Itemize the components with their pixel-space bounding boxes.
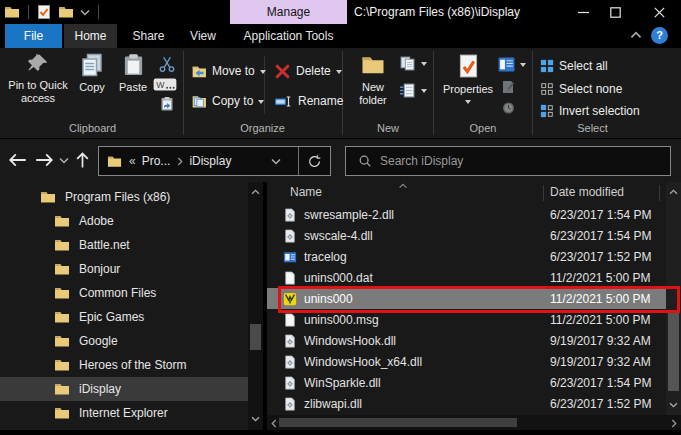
breadcrumb-segment-parent[interactable]: Pro... [142, 154, 171, 168]
file-row-windowshook-x64-dll[interactable]: WindowsHook_x64.dll9/19/2017 9:32 AM [267, 351, 666, 372]
select-none-button[interactable]: Select none [540, 79, 622, 99]
folder-icon [54, 237, 70, 253]
new-item-button[interactable] [399, 55, 427, 72]
sidebar-item-partial[interactable] [0, 425, 248, 430]
file-row-unins000[interactable]: unins00011/2/2021 5:00 PM [267, 288, 666, 309]
up-button[interactable] [75, 151, 90, 169]
file-row-swresample-2-dll[interactable]: swresample-2.dll6/23/2017 1:54 PM [267, 204, 666, 225]
minimize-button[interactable] [568, 0, 598, 24]
sidebar-item-program-files-x86[interactable]: Program Files (x86) [0, 185, 248, 209]
sidebar-item-idisplay[interactable]: iDisplay [0, 377, 248, 401]
file-row-unins000-msg[interactable]: unins000.msg11/2/2021 5:00 PM [267, 309, 666, 330]
tab-file[interactable]: File [5, 24, 62, 48]
tab-application-tools[interactable]: Application Tools [230, 24, 347, 48]
file-row-unins000-dat[interactable]: unins000.dat11/2/2021 5:00 PM [267, 267, 666, 288]
back-button[interactable] [8, 152, 28, 168]
cut-button[interactable] [158, 55, 176, 73]
scroll-left-icon[interactable] [271, 419, 277, 428]
collapse-ribbon-chevron-icon[interactable] [630, 31, 642, 39]
breadcrumb[interactable]: « Pro... iDisplay [98, 146, 331, 176]
address-dropdown-chevron-icon[interactable] [271, 158, 281, 165]
file-name: WindowsHook.dll [304, 334, 396, 348]
search-box[interactable] [345, 146, 671, 176]
scrollbar-thumb[interactable] [279, 418, 517, 427]
file-date-modified: 11/2/2021 5:00 PM [550, 292, 651, 306]
tab-share[interactable]: Share [122, 24, 175, 48]
properties-button[interactable]: Properties [441, 51, 495, 110]
delete-button[interactable]: Delete [274, 61, 342, 81]
sidebar-tree: Program Files (x86)AdobeBattle.netBonjou… [0, 185, 248, 430]
tab-view[interactable]: View [178, 24, 228, 48]
sidebar-item-bonjour[interactable]: Bonjour [0, 257, 248, 281]
pin-to-quick-access-button[interactable]: Pin to Quickaccess [6, 51, 70, 105]
column-header-name[interactable]: Name [290, 185, 322, 199]
folder-icon [54, 285, 70, 301]
tab-home[interactable]: Home [64, 24, 117, 48]
copy-to-button[interactable]: Copy to [190, 91, 264, 111]
move-to-button[interactable]: Move to [190, 61, 266, 81]
column-divider[interactable] [543, 185, 544, 201]
scrollbar-thumb[interactable] [250, 324, 261, 350]
sidebar-item-adobe[interactable]: Adobe [0, 209, 248, 233]
rename-button[interactable]: Rename [274, 91, 343, 111]
scroll-up-icon[interactable] [669, 189, 678, 195]
maximize-button[interactable] [600, 0, 630, 24]
edit-button[interactable] [500, 79, 516, 95]
filelist-vertical-scrollbar[interactable] [666, 182, 681, 415]
recent-locations-chevron-icon[interactable] [59, 157, 69, 164]
invert-selection-button[interactable]: Invert selection [540, 101, 640, 121]
title-bar: Manage C:\Program Files (x86)\iDisplay [0, 0, 681, 24]
sidebar-item-common-files[interactable]: Common Files [0, 281, 248, 305]
folder-icon [54, 333, 70, 349]
qat-customize-chevron-icon[interactable] [80, 9, 90, 16]
paste-icon [122, 53, 145, 77]
sidebar-scrollbar[interactable] [248, 182, 263, 430]
close-button[interactable] [642, 0, 676, 24]
file-name: swscale-4.dll [304, 229, 373, 243]
scroll-down-icon[interactable] [251, 416, 260, 422]
easy-access-button[interactable] [399, 82, 427, 99]
scrollbar-thumb[interactable] [668, 313, 679, 391]
file-row-winsparkle-dll[interactable]: WinSparkle.dll6/23/2017 1:54 PM [267, 372, 666, 393]
breadcrumb-overflow[interactable]: « [129, 154, 136, 168]
column-header-date-modified[interactable]: Date modified [550, 185, 624, 199]
new-folder-button[interactable]: Newfolder [348, 51, 398, 107]
history-button[interactable] [500, 100, 516, 116]
copy-icon [80, 53, 104, 77]
scroll-up-icon[interactable] [251, 189, 260, 195]
column-divider[interactable] [659, 185, 660, 201]
search-input[interactable] [380, 154, 640, 168]
select-all-button[interactable]: Select all [540, 56, 608, 76]
file-row-tracelog[interactable]: tracelog6/23/2017 1:52 PM [267, 246, 666, 267]
sidebar-item-heroes-of-the-storm[interactable]: Heroes of the Storm [0, 353, 248, 377]
file-row-swscale-4-dll[interactable]: swscale-4.dll6/23/2017 1:54 PM [267, 225, 666, 246]
sidebar-item-google[interactable]: Google [0, 329, 248, 353]
forward-button[interactable] [34, 152, 54, 168]
sidebar-item-internet-explorer[interactable]: Internet Explorer [0, 401, 248, 425]
file-list: Name Date modified swresample-2.dll6/23/… [267, 182, 681, 430]
paste-button[interactable]: Paste [112, 51, 154, 94]
open-button[interactable] [498, 57, 526, 72]
invert-selection-icon [540, 104, 554, 118]
scroll-right-icon[interactable] [671, 419, 677, 428]
copy-button[interactable]: Copy [72, 51, 112, 94]
file-row-zlibwapi-dll[interactable]: zlibwapi.dll6/23/2017 1:52 PM [267, 393, 666, 414]
group-separator [532, 51, 533, 135]
qat-properties-icon[interactable] [36, 4, 52, 20]
minimize-icon [578, 7, 589, 18]
refresh-icon[interactable] [307, 154, 322, 169]
sidebar-item-epic-games[interactable]: Epic Games [0, 305, 248, 329]
paste-shortcut-button[interactable] [159, 95, 175, 113]
breadcrumb-segment-current[interactable]: iDisplay [189, 154, 231, 168]
help-button[interactable]: ? [651, 27, 668, 44]
navigation-pane: Program Files (x86)AdobeBattle.netBonjou… [0, 182, 248, 430]
copy-path-button[interactable]: W [152, 78, 178, 91]
dll-file-icon [283, 397, 297, 411]
ribbon-tab-bar: File Home Share View Application Tools [0, 24, 681, 48]
tab-manage[interactable]: Manage [230, 0, 347, 24]
filelist-horizontal-scrollbar[interactable] [267, 415, 681, 430]
scroll-down-icon[interactable] [669, 402, 678, 408]
qat-new-folder-icon[interactable] [58, 4, 74, 20]
sidebar-item-battle-net[interactable]: Battle.net [0, 233, 248, 257]
file-row-windowshook-dll[interactable]: WindowsHook.dll9/19/2017 9:32 AM [267, 330, 666, 351]
